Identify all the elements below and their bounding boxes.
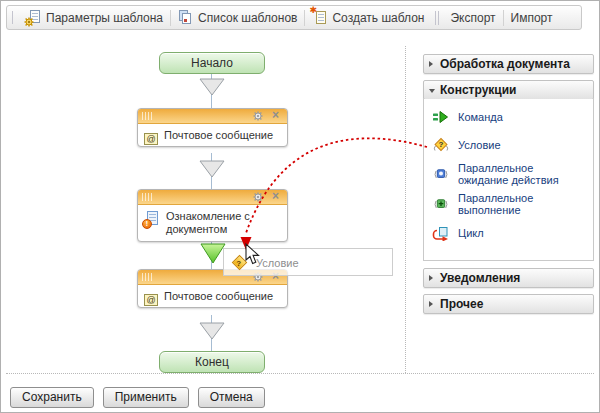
- palette-item-parallel-run[interactable]: Параллельное выполнение: [432, 192, 586, 216]
- canvas-sidebar-divider: [405, 46, 406, 373]
- mail-message-block-1[interactable]: × @ Почтовое сообщение: [137, 108, 288, 147]
- workflow-designer-window: Параметры шаблона Список шаблонов ✱ Созд…: [0, 0, 600, 413]
- panel-title: Уведомления: [440, 271, 520, 285]
- panel-header-document-processing[interactable]: Обработка документа: [423, 54, 594, 74]
- mail-icon: @: [144, 294, 158, 306]
- palette-item-command[interactable]: Команда: [432, 109, 586, 125]
- document-review-block[interactable]: × ! Ознакомление с документом: [137, 189, 288, 242]
- block-close-icon[interactable]: ×: [272, 108, 279, 123]
- chevron-right-icon: [429, 61, 433, 67]
- palette-item-label: Цикл: [458, 227, 586, 239]
- palette-item-label: Параллельное ожидание действия: [458, 162, 586, 186]
- block-body: @ Почтовое сообщение: [138, 285, 287, 307]
- import-label: Импорт: [511, 11, 553, 25]
- block-title: Ознакомление с документом: [166, 210, 278, 236]
- save-button[interactable]: Сохранить: [10, 387, 94, 408]
- grip-icon: [142, 273, 152, 281]
- palette-item-label: Условие: [458, 139, 586, 151]
- connector-arrow[interactable]: [199, 78, 225, 96]
- block-body: ! Ознакомление с документом: [138, 205, 287, 241]
- command-icon: [432, 109, 450, 125]
- apply-button[interactable]: Применить: [103, 387, 189, 408]
- start-node[interactable]: Начало: [159, 52, 265, 74]
- grip-icon: [142, 193, 152, 201]
- document-alert-icon: !: [143, 211, 160, 228]
- condition-icon: ?: [432, 137, 450, 153]
- connector-arrow[interactable]: [199, 160, 225, 178]
- panel-header-notifications[interactable]: Уведомления: [423, 268, 594, 288]
- toolbar-separator: [435, 11, 439, 25]
- chevron-down-icon: [429, 89, 435, 93]
- export-button[interactable]: Экспорт: [443, 7, 502, 28]
- mouse-cursor-icon: [244, 243, 261, 266]
- chevron-right-icon: [429, 275, 433, 281]
- create-template-label: Создать шаблон: [332, 11, 424, 25]
- panel-header-other[interactable]: Прочее: [423, 294, 594, 314]
- palette-item-label: Команда: [458, 111, 586, 123]
- panel-title: Прочее: [440, 297, 483, 311]
- block-settings-icon[interactable]: [253, 192, 263, 202]
- panel-header-constructs[interactable]: Конструкции: [423, 80, 594, 100]
- end-node-label: Конец: [195, 355, 229, 369]
- block-close-icon[interactable]: ×: [272, 189, 279, 204]
- drag-ghost-label: Условие: [256, 257, 299, 269]
- toolbar: Параметры шаблона Список шаблонов ✱ Созд…: [6, 5, 582, 30]
- canvas-bottom-border: [6, 373, 594, 374]
- palette-item-condition[interactable]: ? Условие: [432, 137, 586, 153]
- end-node[interactable]: Конец: [159, 351, 265, 373]
- block-settings-icon[interactable]: [253, 111, 263, 121]
- chevron-right-icon: [429, 301, 433, 307]
- block-title: Почтовое сообщение: [164, 129, 273, 141]
- import-button[interactable]: Импорт: [504, 7, 560, 28]
- export-label: Экспорт: [450, 11, 495, 25]
- constructs-panel-body: Команда ? Условие Параллельное ожидание …: [423, 99, 594, 261]
- template-params-icon: [26, 10, 42, 25]
- template-list-icon: [178, 10, 194, 25]
- template-params-button[interactable]: Параметры шаблона: [19, 7, 170, 28]
- mail-icon: @: [144, 133, 158, 145]
- create-template-icon: ✱: [312, 10, 328, 25]
- connector-arrow[interactable]: [199, 322, 225, 340]
- block-body: @ Почтовое сообщение: [138, 124, 287, 146]
- template-params-label: Параметры шаблона: [46, 11, 163, 25]
- loop-icon: [432, 225, 450, 241]
- palette-item-parallel-wait[interactable]: Параллельное ожидание действия: [432, 162, 586, 186]
- start-node-label: Начало: [191, 56, 233, 70]
- block-header[interactable]: ×: [138, 109, 287, 124]
- block-title: Почтовое сообщение: [164, 290, 273, 302]
- template-list-button[interactable]: Список шаблонов: [171, 7, 304, 28]
- footer-actions: Сохранить Применить Отмена: [10, 387, 265, 408]
- panel-title: Обработка документа: [440, 57, 570, 71]
- toolbar-drag-handle-icon: [12, 11, 13, 24]
- parallel-run-icon: [432, 196, 450, 212]
- panel-title: Конструкции: [440, 83, 516, 97]
- svg-text:?: ?: [439, 140, 444, 149]
- grip-icon: [142, 112, 152, 120]
- template-list-label: Список шаблонов: [198, 11, 297, 25]
- block-header[interactable]: ×: [138, 190, 287, 205]
- palette-item-loop[interactable]: Цикл: [432, 225, 586, 241]
- parallel-wait-icon: [432, 166, 450, 182]
- create-template-button[interactable]: ✱ Создать шаблон: [305, 7, 431, 28]
- palette-item-label: Параллельное выполнение: [458, 192, 586, 216]
- cancel-button[interactable]: Отмена: [198, 387, 265, 408]
